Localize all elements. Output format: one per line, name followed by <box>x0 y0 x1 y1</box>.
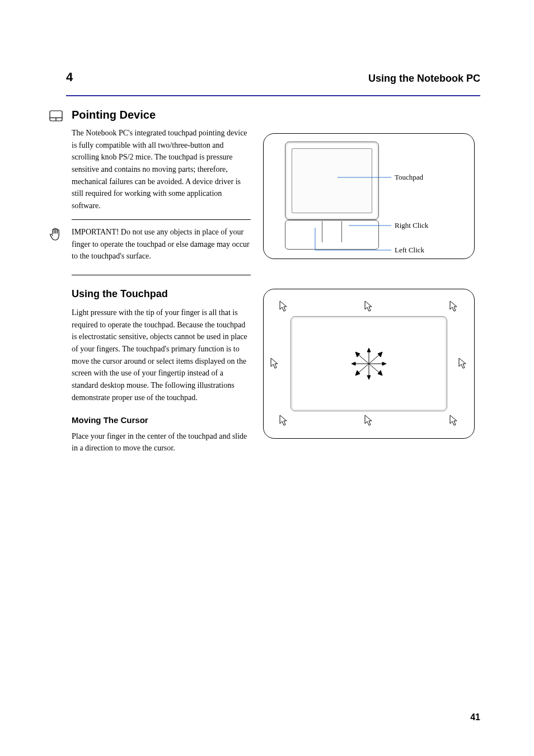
note-important: IMPORTANT! Do not use any objects in pla… <box>72 226 251 262</box>
cursor-icon <box>449 415 458 427</box>
svg-marker-20 <box>355 370 360 375</box>
header-rule <box>66 95 480 96</box>
svg-marker-10 <box>367 375 371 379</box>
cursor-icon <box>279 415 288 427</box>
eight-way-arrows-icon <box>349 347 388 381</box>
chapter-number: 4 <box>66 70 73 84</box>
callout-left-click: Left Click <box>395 246 424 255</box>
section-title: Pointing Device <box>72 109 156 121</box>
touchpad-icon <box>49 110 63 121</box>
paragraph-using: Light pressure with the tip of your fing… <box>72 307 251 404</box>
svg-marker-18 <box>378 352 382 357</box>
callout-touchpad: Touchpad <box>395 173 423 182</box>
svg-marker-12 <box>352 362 355 365</box>
note-divider-top <box>72 219 251 220</box>
page-number: 41 <box>470 712 480 722</box>
hand-stop-icon <box>49 227 62 243</box>
body-column: Using the Touchpad Light pressure with t… <box>72 287 251 454</box>
paragraph-intro: The Notebook PC's integrated touchpad po… <box>72 127 251 212</box>
cursor-icon <box>364 415 373 427</box>
cursor-icon <box>364 300 373 313</box>
subheading-moving: Moving The Cursor <box>72 414 251 426</box>
subheading-using: Using the Touchpad <box>72 287 251 302</box>
svg-marker-16 <box>355 352 360 357</box>
cursor-icon <box>449 300 458 313</box>
leader-lines <box>264 134 474 259</box>
note-divider-bottom <box>72 275 251 275</box>
figure-touchpad-assembly: Touchpad Right Click Left Click <box>263 133 475 259</box>
figure-cursor-directions <box>263 289 475 439</box>
cursor-icon <box>458 358 467 370</box>
svg-marker-14 <box>382 362 386 365</box>
callout-right-click: Right Click <box>395 221 428 230</box>
cursor-icon <box>279 300 288 313</box>
chapter-header: 4 Using the Notebook PC <box>66 70 480 84</box>
paragraph-moving: Place your finger in the center of the t… <box>72 430 251 454</box>
svg-marker-22 <box>378 370 382 375</box>
cursor-icon <box>270 358 279 370</box>
svg-marker-8 <box>367 348 371 352</box>
chapter-title: Using the Notebook PC <box>368 73 480 84</box>
